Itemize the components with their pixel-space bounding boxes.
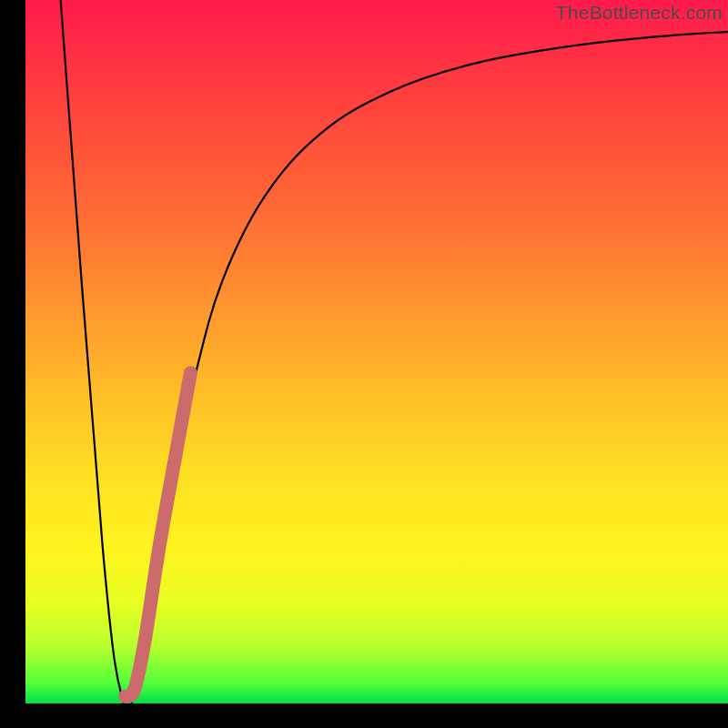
emphasis-stroke xyxy=(126,373,191,697)
plot-area: TheBottleneck.com xyxy=(25,0,728,703)
curve-layer xyxy=(25,0,728,703)
chart-frame: TheBottleneck.com xyxy=(0,0,728,728)
watermark-text: TheBottleneck.com xyxy=(556,2,723,24)
bottleneck-curve xyxy=(61,0,728,703)
